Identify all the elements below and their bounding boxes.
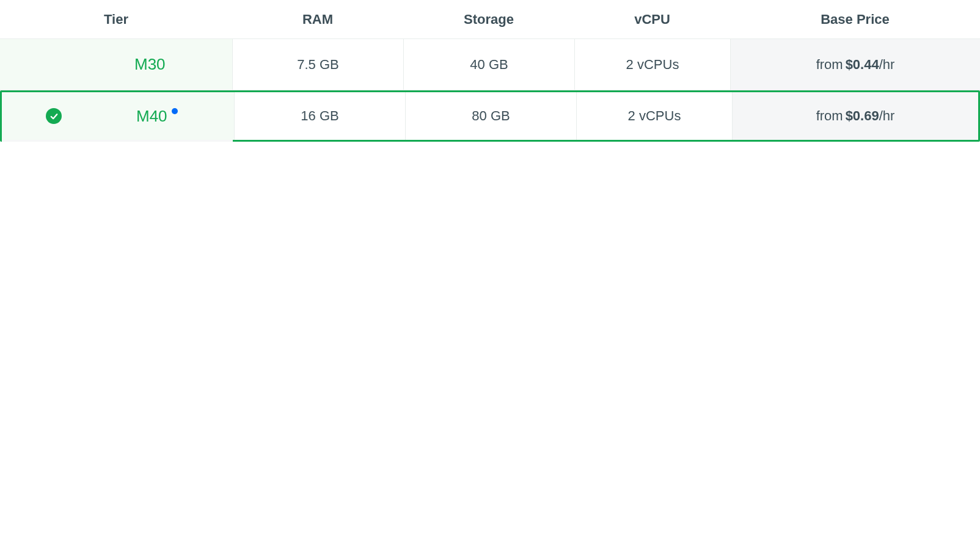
tier-details-panel: Class Low-CPU General Storage 80 GB is i…: [2, 140, 978, 142]
tier-ram: 16 GB: [234, 92, 405, 140]
tier-storage: 80 GB: [405, 92, 576, 140]
label-class: Class: [2, 140, 233, 142]
col-tier: Tier: [0, 0, 232, 38]
indicator-dot-icon: [172, 108, 178, 114]
tier-name: M40: [136, 107, 178, 126]
check-icon: [46, 108, 62, 124]
col-vcpu: vCPU: [574, 0, 730, 38]
tier-row-m30[interactable]: M30 7.5 GB 40 GB 2 vCPUs from $0.44 /hr: [0, 39, 980, 90]
tier-row-m40-selected: M40 16 GB 80 GB 2 vCPUs from $0.69 /hr C…: [0, 90, 980, 142]
col-ram: RAM: [232, 0, 403, 38]
tier-vcpu: 2 vCPUs: [576, 92, 732, 140]
tier-ram: 7.5 GB: [232, 39, 403, 90]
tier-vcpu: 2 vCPUs: [574, 39, 730, 90]
tier-price: from $0.44 /hr: [730, 39, 980, 90]
tier-name: M30: [134, 55, 166, 74]
table-header: Tier RAM Storage vCPU Base Price: [0, 0, 980, 39]
tier-price: from $0.69 /hr: [732, 92, 978, 140]
col-storage: Storage: [403, 0, 574, 38]
tier-storage: 40 GB: [403, 39, 574, 90]
tier-row-m40[interactable]: M40 16 GB 80 GB 2 vCPUs from $0.69 /hr: [2, 92, 978, 140]
selected-indicator-placeholder: [44, 57, 60, 73]
col-price: Base Price: [730, 0, 980, 38]
